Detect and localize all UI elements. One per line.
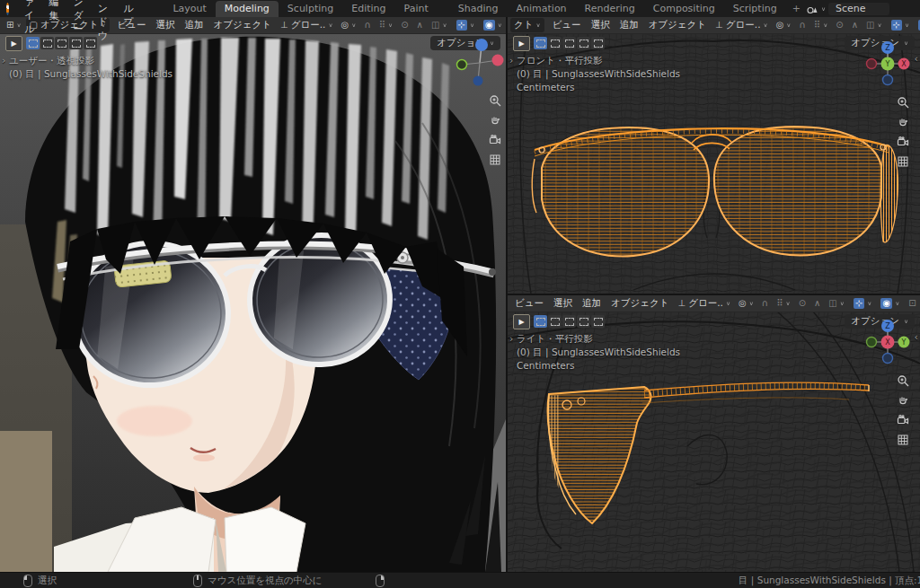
proportional-editing-toggle[interactable]: ⊙	[795, 298, 809, 309]
move-view-hand-icon[interactable]	[489, 114, 501, 127]
falloff-dropdown[interactable]: ∧	[413, 20, 427, 31]
select-mode-invert[interactable]	[69, 37, 83, 49]
snap-settings-dropdown[interactable]: ⠿∨	[376, 20, 396, 31]
menu-render[interactable]: レンダー	[66, 0, 90, 36]
menu-select[interactable]: 選択	[587, 19, 615, 31]
camera-view-icon[interactable]	[489, 134, 501, 146]
menu-view[interactable]: ビュー	[510, 297, 548, 310]
menu-object[interactable]: オブジェクト	[606, 297, 673, 310]
zoom-icon[interactable]	[897, 96, 909, 109]
gizmo-neg-y-axis[interactable]	[867, 338, 877, 347]
tab-compositing[interactable]: Compositing	[644, 1, 724, 17]
orthographic-grid-icon[interactable]	[489, 154, 501, 166]
tab-layout[interactable]: Layout	[164, 1, 215, 17]
orthographic-grid-icon[interactable]	[897, 155, 909, 168]
object-visibility-dropdown[interactable]: ◫∨	[428, 20, 451, 31]
menu-window[interactable]: ウィンドウ	[91, 0, 117, 42]
viewport-user-perspective[interactable]: ⊞∨ ▢オブジェクト∨ ビュー 選択 追加 オブジェクト ⊥グロー..∨ ◎∨ …	[0, 17, 506, 572]
menu-help[interactable]: ヘルプ	[116, 0, 140, 29]
tab-scripting[interactable]: Scripting	[724, 1, 786, 17]
sidebar-collapse-arrow[interactable]: ‹	[915, 53, 918, 65]
menu-add[interactable]: 追加	[578, 297, 606, 310]
snap-settings-dropdown[interactable]: ⠿∨	[773, 298, 793, 309]
gizmo-neg-x-axis[interactable]	[867, 59, 877, 69]
gizmo-neg-z-axis[interactable]	[883, 75, 893, 85]
pivot-point-dropdown[interactable]: ◎∨	[338, 20, 360, 31]
menu-edit[interactable]: 編集	[41, 0, 66, 22]
object-visibility-dropdown[interactable]: ◫∨	[862, 20, 886, 31]
tab-rendering[interactable]: Rendering	[576, 1, 644, 17]
gizmo-y-axis[interactable]	[457, 60, 467, 70]
select-mode-extend[interactable]	[548, 315, 562, 328]
select-mode-subtract[interactable]	[55, 37, 68, 49]
show-overlays-toggle[interactable]: ◉∨	[877, 297, 903, 310]
zoom-icon[interactable]	[897, 374, 909, 387]
show-gizmo-toggle[interactable]: ⊹∨	[850, 297, 876, 310]
xray-toggle[interactable]: ⊡	[905, 298, 919, 309]
tab-shading[interactable]: Shading	[449, 1, 508, 17]
tab-sculpting[interactable]: Sculpting	[279, 1, 342, 17]
snap-settings-dropdown[interactable]: ⠿∨	[810, 20, 831, 31]
orthographic-grid-icon[interactable]	[897, 434, 909, 446]
gizmo-z-axis[interactable]	[475, 39, 488, 51]
render-character-with-sunglasses[interactable]	[0, 33, 506, 572]
active-tool-button[interactable]: ▶	[5, 36, 22, 51]
blender-logo-icon[interactable]	[6, 3, 9, 15]
select-mode-set[interactable]	[26, 37, 40, 49]
show-overlays-toggle[interactable]: ◉∨	[480, 19, 506, 31]
navigation-gizmo[interactable]: Z Y X	[862, 317, 913, 367]
toolbar-collapse-arrow[interactable]: ›	[2, 55, 5, 66]
mode-dropdown-truncated[interactable]: クト∨	[510, 18, 544, 32]
transform-orientation-dropdown[interactable]: ⊥グロー..∨	[674, 296, 734, 311]
select-mode-invert[interactable]	[577, 315, 590, 328]
tab-texture-paint[interactable]: Texture Paint	[395, 0, 449, 17]
toolbar-collapse-arrow[interactable]: ›	[509, 55, 513, 66]
select-mode-set[interactable]	[534, 315, 547, 328]
snap-toggle[interactable]: ∩	[360, 20, 374, 31]
active-tool-button[interactable]: ▶	[513, 36, 530, 51]
chevron-down-icon[interactable]: ∨	[821, 5, 826, 12]
show-gizmo-toggle[interactable]: ⊹∨	[888, 19, 914, 31]
menu-add[interactable]: 追加	[615, 19, 643, 31]
tab-uv-editing[interactable]: UV Editing	[342, 0, 394, 17]
falloff-dropdown[interactable]: ∧	[810, 298, 824, 309]
sidebar-collapse-arrow[interactable]: ‹	[915, 331, 918, 343]
transform-orientation-dropdown[interactable]: ⊥グロー..∨	[277, 18, 337, 32]
toolbar-collapse-arrow[interactable]: ›	[509, 333, 513, 345]
select-mode-invert[interactable]	[577, 37, 590, 49]
select-mode-extend[interactable]	[40, 37, 54, 49]
camera-view-icon[interactable]	[897, 414, 909, 426]
viewport-front-orthographic[interactable]: クト∨ ビュー 選択 追加 オブジェクト ⊥グロー..∨ ◎∨ ∩ ⠿∨ ⊙ ∧…	[508, 17, 920, 294]
menu-file[interactable]: ファイル	[17, 0, 41, 36]
active-tool-button[interactable]: ▶	[513, 314, 530, 329]
menu-select[interactable]: 選択	[152, 19, 180, 31]
select-mode-intersect[interactable]	[591, 315, 605, 328]
menu-select[interactable]: 選択	[549, 297, 577, 310]
select-mode-intersect[interactable]	[591, 37, 605, 49]
show-overlays-toggle[interactable]: ◉∨	[915, 19, 920, 31]
zoom-icon[interactable]	[489, 94, 501, 107]
select-mode-extend[interactable]	[548, 37, 562, 49]
tab-modeling[interactable]: Modeling	[216, 1, 279, 17]
pivot-point-dropdown[interactable]: ◎∨	[735, 298, 757, 309]
move-view-hand-icon[interactable]	[897, 394, 909, 407]
tab-animation[interactable]: Animation	[508, 1, 576, 17]
snap-toggle[interactable]: ∩	[758, 298, 772, 309]
menu-object[interactable]: オブジェクト	[209, 19, 276, 31]
gizmo-neg-z-axis[interactable]	[473, 76, 483, 86]
transform-orientation-dropdown[interactable]: ⊥グロー..∨	[712, 18, 772, 32]
pivot-point-dropdown[interactable]: ◎∨	[773, 20, 795, 31]
falloff-dropdown[interactable]: ∧	[848, 20, 862, 31]
object-visibility-dropdown[interactable]: ◫∨	[825, 298, 848, 309]
menu-object[interactable]: オブジェクト	[644, 19, 711, 31]
scene-name-field[interactable]: Scene	[828, 3, 889, 15]
viewport-right-orthographic[interactable]: ビュー 選択 追加 オブジェクト ⊥グロー..∨ ◎∨ ∩ ⠿∨ ⊙ ∧ ◫∨ …	[508, 295, 920, 572]
select-mode-set[interactable]	[534, 37, 547, 49]
menu-view[interactable]: ビュー	[548, 19, 586, 31]
add-workspace-button[interactable]: +	[786, 1, 807, 17]
show-gizmo-toggle[interactable]: ⊹∨	[453, 19, 479, 31]
navigation-gizmo[interactable]	[456, 37, 506, 87]
gizmo-x-axis[interactable]	[492, 55, 504, 66]
navigation-gizmo[interactable]: Z X Y	[862, 39, 913, 89]
camera-view-icon[interactable]	[897, 136, 909, 148]
